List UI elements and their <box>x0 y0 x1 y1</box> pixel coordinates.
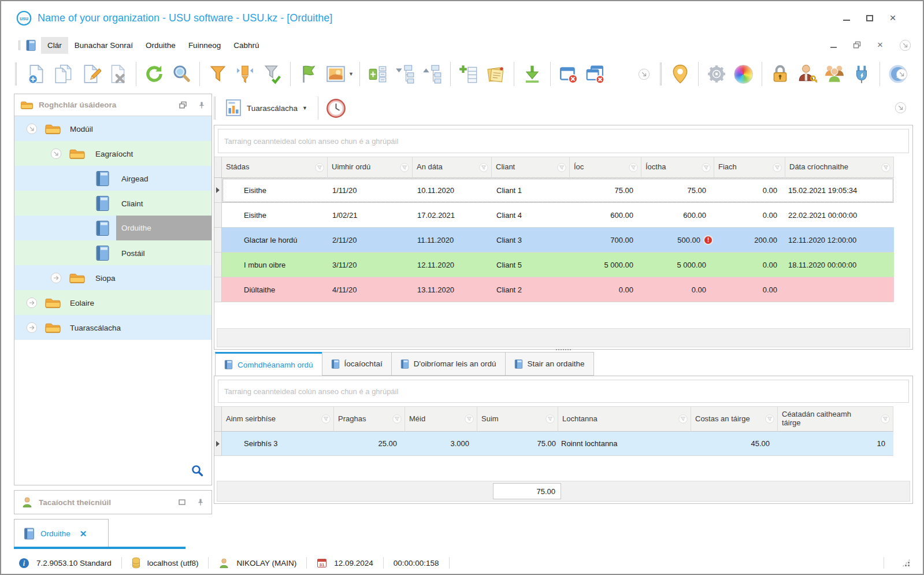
collapse-node-icon[interactable] <box>50 148 62 159</box>
table-row[interactable]: Eisithe 1/02/21 17.02.2021 Cliant 4 600.… <box>214 203 912 228</box>
tree-item-siopa[interactable]: Siopa <box>14 265 211 290</box>
column-header-ioc[interactable]: Íoc <box>570 157 641 178</box>
filter-funnel-icon[interactable] <box>321 414 331 424</box>
toolbar-overflow-button[interactable] <box>896 68 908 80</box>
table-row[interactable]: I mbun oibre 3/11/20 12.11.2020 Cliant 5… <box>214 253 912 277</box>
toolbar-more-button[interactable] <box>638 68 650 80</box>
image-dropdown-icon[interactable]: ▼ <box>348 71 354 77</box>
reports-dropdown-button[interactable]: Tuarascálacha ▼ <box>220 97 312 120</box>
users-group-icon[interactable] <box>822 61 847 87</box>
lock-icon[interactable] <box>768 61 792 87</box>
filter-icon[interactable] <box>206 61 230 87</box>
tab-iocaiochtai[interactable]: Íocaíochtaí <box>322 352 392 376</box>
timer-clock-icon[interactable] <box>324 95 348 121</box>
filter-funnel-icon[interactable] <box>546 414 555 424</box>
tree-item-orduithe-selected[interactable]: Orduithe <box>14 216 211 240</box>
table-row[interactable]: Diúltaithe 4/11/20 13.11.2020 Cliant 2 0… <box>214 277 912 302</box>
technical-support-panel[interactable]: Tacaíocht theicniúil <box>14 490 212 514</box>
filter-funnel-icon[interactable] <box>315 163 324 172</box>
filter-funnel-icon[interactable] <box>702 163 711 172</box>
filter-funnel-icon[interactable] <box>881 414 890 424</box>
filter-funnel-icon[interactable] <box>678 414 688 424</box>
minimize-button[interactable] <box>842 13 851 23</box>
expand-card-icon[interactable] <box>366 61 390 87</box>
filter-funnel-icon[interactable] <box>629 163 638 172</box>
delete-record-icon[interactable] <box>106 61 130 87</box>
menubar-more-button[interactable] <box>899 39 911 51</box>
resize-grip[interactable] <box>902 559 910 567</box>
filter-funnel-icon[interactable] <box>392 414 402 424</box>
tree-item-moduil[interactable]: Modúil <box>14 116 211 141</box>
column-header-stadas[interactable]: Stádas <box>222 157 328 178</box>
expand-node-icon[interactable] <box>26 322 38 333</box>
column-header-uimhir-ordu[interactable]: Uimhir ordú <box>328 157 413 178</box>
filter-funnel-icon[interactable] <box>465 414 474 424</box>
splitter-handle[interactable] <box>214 347 913 351</box>
refresh-icon[interactable] <box>142 61 166 87</box>
column-header-costas-an-tairge[interactable]: Costas an táirge <box>691 406 778 432</box>
copy-record-icon[interactable] <box>51 61 76 87</box>
filter-funnel-icon[interactable] <box>557 163 566 172</box>
tree-item-postail[interactable]: Postáil <box>14 240 211 265</box>
child-close-button[interactable]: × <box>877 39 883 51</box>
tree-item-eagraiocht[interactable]: Eagraíocht <box>14 141 211 166</box>
group-by-bar[interactable]: Tarraing ceannteideal colún anseo chun é… <box>218 129 909 153</box>
column-header-praghas[interactable]: Praghas <box>334 406 405 432</box>
filter-funnel-icon[interactable] <box>881 163 890 172</box>
column-header-fiach[interactable]: Fiach <box>714 157 785 178</box>
menu-clar[interactable]: Clár <box>41 37 68 54</box>
tab-doibriomar-leis-an-ordu[interactable]: D'oibríomar leis an ordú <box>391 352 506 376</box>
column-header-ceatadan-caitheamh-tairge[interactable]: Céatadán caitheamh táirge <box>778 406 893 432</box>
pin-panel-icon[interactable] <box>198 101 206 109</box>
integrations-plug-icon[interactable] <box>849 61 874 87</box>
edit-record-icon[interactable] <box>79 61 103 87</box>
child-minimize-button[interactable] <box>830 43 837 48</box>
document-tab-orduithe[interactable]: Orduithe ✕ <box>14 519 109 548</box>
filter-funnel-icon[interactable] <box>773 163 782 172</box>
color-scheme-icon[interactable] <box>732 61 756 87</box>
expand-node-icon[interactable] <box>26 297 38 309</box>
menu-fuinneog[interactable]: Fuinneog <box>182 37 227 54</box>
settings-gear-icon[interactable] <box>704 61 729 87</box>
tree-item-eolaire[interactable]: Eolaire <box>14 290 211 315</box>
menu-cabhru[interactable]: Cabhrú <box>227 37 265 54</box>
report-toolbar-more-button[interactable] <box>895 102 907 114</box>
new-record-icon[interactable] <box>24 61 49 87</box>
tab-stair-an-ordaithe[interactable]: Stair an ordaithe <box>505 352 594 376</box>
filter-funnel-icon[interactable] <box>479 163 488 172</box>
collapse-node-icon[interactable] <box>26 123 38 135</box>
child-restore-button[interactable] <box>853 41 861 49</box>
column-header-ainm-seirbhise[interactable]: Ainm seirbhíse <box>222 406 334 432</box>
close-window-icon[interactable] <box>556 61 581 87</box>
maximize-button[interactable] <box>865 13 874 23</box>
tab-comhdheanamh-ordu[interactable]: Comhdhéanamh ordú <box>215 352 322 376</box>
collapse-tree-icon[interactable] <box>420 61 444 87</box>
toolbar-grip[interactable] <box>15 62 17 86</box>
tree-item-airgead[interactable]: Airgead <box>14 166 211 191</box>
column-header-lochtanna[interactable]: Lochtanna <box>558 406 691 432</box>
filter-funnel-icon[interactable] <box>400 163 409 172</box>
table-row[interactable]: Seirbhís 3 25.00 3.000 75.00 Roinnt loch… <box>214 432 912 456</box>
tree-item-tuarascalacha[interactable]: Tuarascálacha <box>14 315 211 340</box>
notes-icon[interactable] <box>484 61 508 87</box>
filter-funnel-icon[interactable] <box>765 414 774 424</box>
menubar-grip[interactable] <box>18 40 20 50</box>
column-header-data-criochnaithe[interactable]: Dáta críochnaithe <box>785 157 894 178</box>
close-button[interactable]: × <box>888 13 897 23</box>
column-header-cliant[interactable]: Cliant <box>492 157 570 178</box>
tree-search-icon[interactable] <box>191 465 203 479</box>
tree-item-cliaint[interactable]: Cliaint <box>14 191 211 216</box>
filter-by-column-icon[interactable] <box>233 61 257 87</box>
collapse-panel-icon[interactable] <box>178 498 186 506</box>
group-by-bar[interactable]: Tarraing ceannteideal colún anseo chun é… <box>218 380 909 403</box>
expand-tree-icon[interactable] <box>393 61 417 87</box>
toolbar-grip-2[interactable] <box>660 62 662 86</box>
location-pin-icon[interactable] <box>668 61 692 87</box>
column-header-meid[interactable]: Méid <box>405 406 477 432</box>
export-download-icon[interactable] <box>520 61 544 87</box>
table-row[interactable]: Eisithe 1/11/20 10.11.2020 Cliant 1 75.0… <box>214 178 912 203</box>
report-toolbar-grip[interactable] <box>214 97 216 120</box>
table-row[interactable]: Glactar le hordú 2/11/20 11.11.2020 Clia… <box>214 228 912 253</box>
column-header-an-data[interactable]: An dáta <box>413 157 492 178</box>
image-preview-icon[interactable] <box>324 61 348 87</box>
